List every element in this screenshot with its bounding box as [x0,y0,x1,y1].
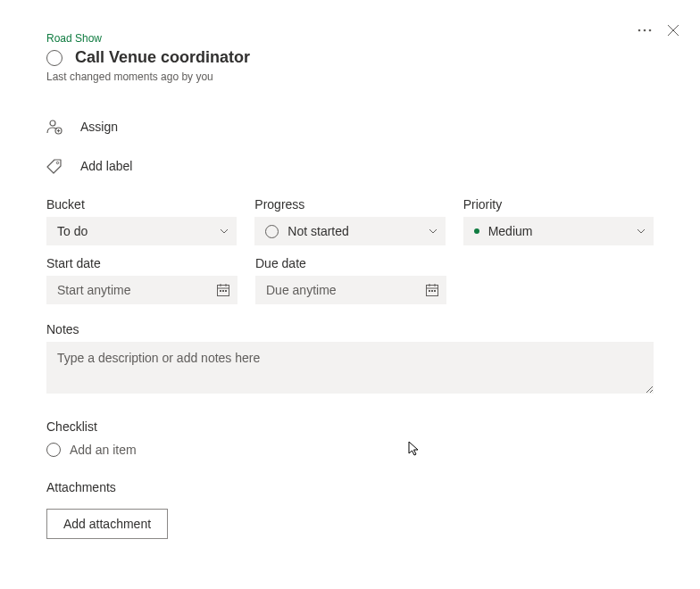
start-date-label: Start date [46,256,238,270]
checklist-label: Checklist [46,419,654,434]
close-icon [667,24,679,37]
start-date-placeholder: Start anytime [57,283,130,297]
chevron-down-icon [428,226,438,236]
progress-label: Progress [254,197,445,212]
start-date-input[interactable]: Start anytime [46,276,238,304]
close-button[interactable] [664,21,682,39]
notes-textarea[interactable] [46,342,654,394]
add-item-text: Add an item [70,443,137,457]
priority-dot-icon [474,228,479,234]
svg-rect-12 [225,290,227,292]
add-checklist-item[interactable]: Add an item [46,443,654,457]
add-attachment-button[interactable]: Add attachment [46,509,168,539]
svg-point-1 [644,29,646,32]
chevron-down-icon [219,226,229,236]
due-date-placeholder: Due anytime [266,283,337,297]
due-date-label: Due date [255,256,446,270]
attachments-label: Attachments [46,480,654,494]
svg-point-0 [638,29,641,32]
priority-select[interactable]: Medium [463,217,654,245]
assign-person-icon [46,119,62,135]
chevron-down-icon [636,226,646,236]
priority-value: Medium [488,224,533,238]
progress-select[interactable]: Not started [254,217,445,245]
due-date-input[interactable]: Due anytime [255,276,446,304]
bucket-value: To do [57,224,88,238]
svg-rect-19 [434,290,436,292]
priority-label: Priority [463,197,654,212]
bucket-breadcrumb[interactable]: Road Show [46,32,654,45]
complete-task-checkbox[interactable] [46,50,62,66]
checklist-circle-icon [46,443,61,457]
calendar-icon [216,283,230,297]
calendar-icon [425,283,439,297]
add-label-text: Add label [80,159,132,173]
bucket-select[interactable]: To do [46,217,237,245]
more-options-button[interactable] [636,21,654,39]
more-icon [638,29,652,32]
notes-label: Notes [46,322,654,336]
progress-value: Not started [288,224,348,238]
svg-point-3 [50,120,55,126]
svg-rect-11 [222,290,224,292]
progress-status-icon [265,225,279,238]
add-label-button[interactable]: Add label [46,158,654,174]
last-changed-text: Last changed moments ago by you [46,71,654,83]
svg-rect-10 [220,290,221,292]
tag-icon [46,158,62,174]
svg-rect-17 [429,290,430,292]
bucket-label: Bucket [46,197,237,212]
svg-point-5 [56,162,58,163]
svg-point-2 [649,29,652,32]
task-title[interactable]: Call Venue coordinator [75,48,250,67]
svg-rect-18 [431,290,433,292]
assign-button[interactable]: Assign [46,119,654,135]
assign-label: Assign [80,120,118,134]
